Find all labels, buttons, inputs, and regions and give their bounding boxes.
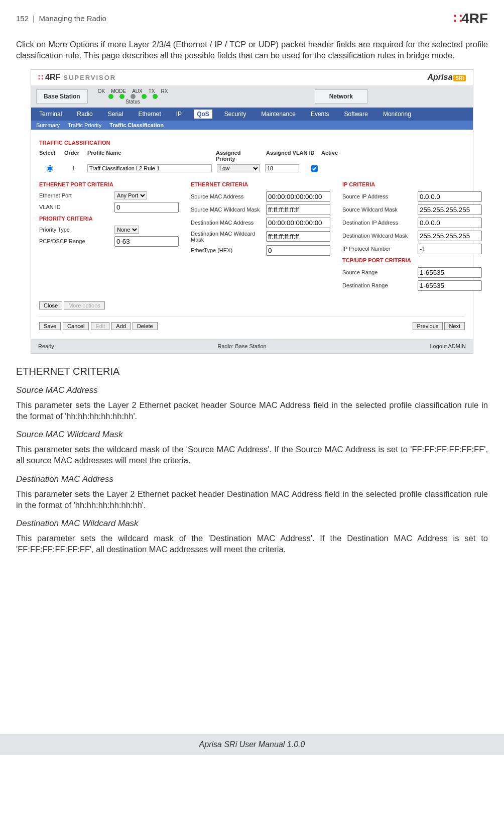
proto-input[interactable] [418,244,482,254]
tab-monitoring[interactable]: Monitoring [380,110,414,119]
table-row: 1 Low [39,164,465,173]
subtab-summary[interactable]: Summary [36,122,60,128]
heading-ethernet-criteria: ETHERNET CRITERIA [16,366,488,377]
close-more-row: Close More options [39,301,465,309]
src-mac-input[interactable] [266,191,330,202]
pcp-dscp-input[interactable] [114,236,179,247]
supervisor-screenshot: ∷ 4RF SUPERVISOR AprisaSRi Base Station … [31,69,473,354]
logo-dots-icon: ∷ [453,11,461,26]
src-wm-label: Source Wildcard Mask [342,206,418,213]
delete-button[interactable]: Delete [133,322,158,330]
edit-button[interactable]: Edit [91,322,109,330]
base-station-label: Base Station [36,89,88,103]
tab-ethernet[interactable]: Ethernet [135,110,164,119]
subtab-traffic-priority[interactable]: Traffic Priority [68,122,101,128]
src-ip-input[interactable] [418,191,482,202]
sec-tcp-udp: TCP/UDP PORT CRITERIA [342,257,482,263]
cancel-button[interactable]: Cancel [63,322,89,330]
close-button[interactable]: Close [39,301,62,309]
src-mac-label: Source MAC Address [191,193,266,199]
sv-footer: Ready Radio: Base Station Logout ADMIN [31,339,473,353]
tab-radio[interactable]: Radio [74,110,95,119]
assigned-vlan-input[interactable] [265,164,299,172]
heading-dst-mac: Destination MAC Address [16,474,488,484]
intro-paragraph: Click on More Options if more Layer 2/3/… [16,39,488,61]
src-wm-input[interactable] [418,204,482,215]
add-button[interactable]: Add [111,322,131,330]
brand-4rf: 4RF [45,73,60,82]
network-label: Network [315,89,367,103]
priority-type-select[interactable]: None [114,226,139,234]
tab-maintenance[interactable]: Maintenance [258,110,299,119]
row-select-radio[interactable] [47,165,53,172]
active-checkbox[interactable] [311,165,318,172]
sec-priority-criteria: PRIORITY CRITERIA [39,216,179,222]
proto-label: IP Protocol Number [342,246,418,252]
heading-dst-mac-wm: Destination MAC Wildcard Mask [16,518,488,529]
heading-src-mac: Source MAC Address [16,385,488,395]
src-mac-wm-input[interactable] [266,204,330,215]
sec-traffic-classification: TRAFFIC CLASSIFICATION [39,140,465,146]
tab-software[interactable]: Software [341,110,371,119]
dst-ip-input[interactable] [418,218,482,228]
col-right: IP CRITERIA Source IP Address Source Wil… [342,178,482,293]
brand-aprisa: AprisaSRi [428,73,466,82]
page-footer: Aprisa SRi User Manual 1.0.0 [0,734,504,755]
footer-ready: Ready [38,343,54,349]
para-dst-mac: This parameter sets the Layer 2 Ethernet… [16,488,488,511]
tab-events[interactable]: Events [308,110,332,119]
status-bar: Base Station OK MODE AUX TX RX Status [31,85,473,108]
tab-terminal[interactable]: Terminal [36,110,65,119]
vlan-id-label: VLAN ID [39,204,114,210]
para-src-mac: This parameter sets the Layer 2 Ethernet… [16,399,488,422]
sv-brand: ∷ 4RF SUPERVISOR [38,73,116,82]
heading-src-mac-wm: Source MAC Wildcard Mask [16,430,488,440]
footer-radio: Radio: Base Station [218,343,267,349]
led-tx-icon [142,94,147,99]
tab-serial[interactable]: Serial [105,110,127,119]
dst-mac-input[interactable] [266,218,330,228]
row-order: 1 [64,165,82,171]
dst-wm-label: Destination Wildcard Mask [342,233,418,239]
criteria-columns: ETHERNET PORT CRITERIA Ethernet PortAny … [39,178,465,293]
dst-wm-input[interactable] [418,231,482,241]
sv-topbar: ∷ 4RF SUPERVISOR AprisaSRi [31,70,473,85]
subtab-traffic-classification[interactable]: Traffic Classification [109,122,164,128]
aprisa-badge: SRi [453,75,466,81]
assigned-priority-select[interactable]: Low [217,164,260,172]
sec-ip-criteria: IP CRITERIA [342,181,482,187]
status-leds: OK MODE AUX TX RX Status [98,88,168,105]
col-left: ETHERNET PORT CRITERIA Ethernet PortAny … [39,178,179,293]
tab-ip[interactable]: IP [173,110,185,119]
ethernet-port-select[interactable]: Any Port [114,191,147,199]
dst-range-input[interactable] [418,280,482,291]
logo-4rf: ∷4RF [453,10,488,27]
previous-button[interactable]: Previous [413,322,443,330]
next-button[interactable]: Next [444,322,465,330]
vlan-id-input[interactable] [114,202,179,213]
dst-mac-label: Destination MAC Address [191,220,266,226]
ethernet-port-label: Ethernet Port [39,192,114,198]
sec-ethernet-port: ETHERNET PORT CRITERIA [39,181,179,187]
ethertype-label: EtherType (HEX) [191,247,266,253]
brand-supervisor: SUPERVISOR [63,74,116,81]
save-button[interactable]: Save [39,322,61,330]
dst-mac-wm-input[interactable] [266,231,330,242]
more-options-button[interactable]: More options [64,301,105,309]
footer-logout[interactable]: Logout ADMIN [430,343,466,349]
dst-range-label: Destination Range [342,282,418,288]
tab-security[interactable]: Security [221,110,249,119]
src-range-label: Source Range [342,269,418,275]
src-range-input[interactable] [418,267,482,278]
src-ip-label: Source IP Address [342,193,418,199]
profile-name-input[interactable] [87,164,212,172]
led-rx-icon [153,94,158,99]
tab-qos[interactable]: QoS [194,110,212,119]
led-aux-icon [131,94,136,99]
header-section: Managing the Radio [39,14,106,23]
ethertype-input[interactable] [266,245,330,256]
sv-panel: TRAFFIC CLASSIFICATION Select Order Prof… [31,130,473,339]
main-nav: Terminal Radio Serial Ethernet IP QoS Se… [31,108,473,121]
led-ok-icon [108,94,113,99]
dst-mac-wm-label: Destination MAC Wildcard Mask [191,231,266,243]
